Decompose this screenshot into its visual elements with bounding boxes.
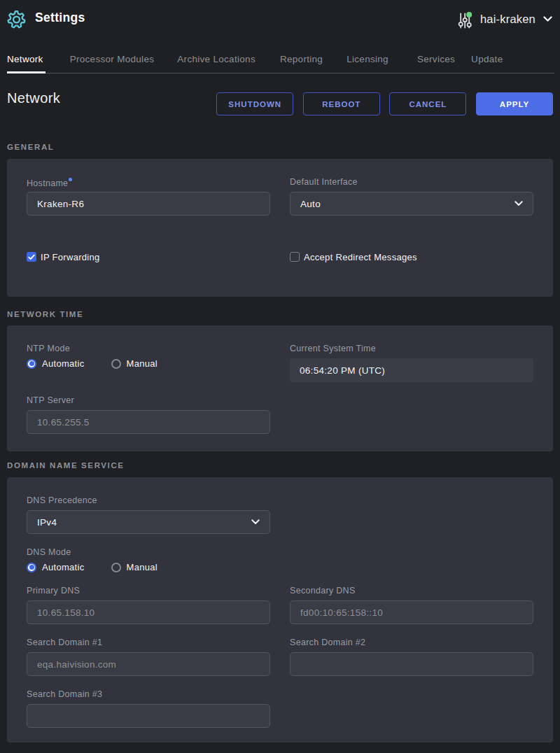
dns-mode-automatic-radio[interactable] (27, 563, 36, 572)
secondary-dns-input[interactable] (290, 600, 533, 624)
ntp-mode-automatic-label: Automatic (42, 358, 85, 369)
search-domain-3-label: Search Domain #3 (27, 690, 270, 698)
required-asterisk (69, 178, 72, 181)
ntp-mode-manual-label: Manual (127, 358, 158, 369)
search-domain-2-input[interactable] (290, 652, 533, 676)
default-interface-label: Default Interface (290, 178, 533, 186)
dns-mode-manual-label: Manual (127, 562, 158, 572)
reboot-button[interactable]: REBOOT (303, 92, 380, 115)
search-domain-3-input[interactable] (27, 704, 270, 728)
secondary-dns-label: Secondary DNS (290, 586, 533, 595)
accept-redirect-checkbox[interactable] (290, 252, 300, 262)
dns-mode-automatic-label: Automatic (42, 562, 85, 572)
search-domain-1-label: Search Domain #1 (27, 638, 270, 647)
tab-reporting[interactable]: Reporting (280, 50, 323, 73)
network-time-panel: NTP Mode Automatic Manual Current System… (7, 325, 553, 451)
dns-precedence-select[interactable]: IPv4 (27, 510, 270, 534)
app-brand: Settings (7, 10, 85, 29)
green-status-dot (466, 12, 472, 17)
gear-icon (7, 10, 26, 29)
dns-precedence-value: IPv4 (37, 517, 57, 528)
shutdown-button[interactable]: SHUTDOWN (216, 92, 293, 115)
sliders-icon (458, 12, 472, 29)
tab-network[interactable]: Network (7, 50, 43, 73)
current-system-time-label: Current System Time (290, 344, 533, 353)
accept-redirect-label: Accept Redirect Messages (304, 252, 417, 262)
section-title-dns: DOMAIN NAME SERVICE (7, 461, 553, 470)
dns-panel: DNS Precedence IPv4 DNS Mode Automatic M… (7, 477, 553, 743)
page-content: Network SHUTDOWN REBOOT CANCEL APPLY GEN… (0, 92, 560, 752)
primary-dns-label: Primary DNS (27, 586, 270, 595)
cancel-button[interactable]: CANCEL (389, 92, 466, 115)
chevron-down-icon (251, 519, 260, 525)
default-interface-select[interactable]: Auto (290, 192, 533, 216)
general-panel: Hostname Default Interface Auto IP Forwa… (7, 159, 553, 297)
hostname-input[interactable] (27, 192, 270, 216)
chevron-down-icon (514, 201, 523, 206)
chevron-down-icon (543, 16, 552, 22)
tab-update[interactable]: Update (471, 50, 503, 73)
primary-dns-input[interactable] (27, 600, 270, 624)
action-buttons: SHUTDOWN REBOOT CANCEL APPLY (207, 92, 553, 115)
check-icon (28, 254, 35, 260)
search-domain-2-label: Search Domain #2 (290, 638, 533, 647)
apply-button[interactable]: APPLY (476, 92, 553, 115)
user-name: hai-kraken (480, 13, 536, 26)
tab-licensing[interactable]: Licensing (346, 50, 388, 73)
tab-bar: Network Processor Modules Archive Locati… (7, 38, 554, 73)
tab-archive-locations[interactable]: Archive Locations (177, 50, 255, 73)
tab-services[interactable]: Services (417, 50, 455, 73)
ntp-server-label: NTP Server (27, 396, 270, 404)
dns-precedence-label: DNS Precedence (27, 496, 270, 505)
current-system-time-value: 06:54:20 PM (UTC) (290, 358, 533, 382)
page-header: Network SHUTDOWN REBOOT CANCEL APPLY (7, 92, 553, 115)
default-interface-value: Auto (300, 199, 321, 209)
ntp-mode-manual-radio[interactable] (111, 359, 121, 369)
app-title: Settings (35, 10, 85, 25)
hostname-label: Hostname (27, 178, 270, 186)
ip-forwarding-checkbox[interactable] (27, 252, 36, 262)
user-menu[interactable]: hai-kraken (458, 10, 552, 29)
page-title: Network (7, 92, 60, 104)
section-title-network-time: NETWORK TIME (7, 310, 553, 318)
dns-mode-label: DNS Mode (27, 548, 533, 556)
section-title-general: GENERAL (7, 143, 553, 151)
tab-processor-modules[interactable]: Processor Modules (70, 50, 155, 73)
ip-forwarding-label: IP Forwarding (41, 252, 100, 262)
ntp-server-input[interactable] (27, 410, 270, 434)
search-domain-1-input[interactable] (27, 652, 270, 676)
ntp-mode-label: NTP Mode (27, 344, 270, 353)
top-bar: Settings hai-kraken (0, 0, 560, 38)
dns-mode-manual-radio[interactable] (111, 563, 121, 572)
ntp-mode-automatic-radio[interactable] (27, 359, 36, 369)
